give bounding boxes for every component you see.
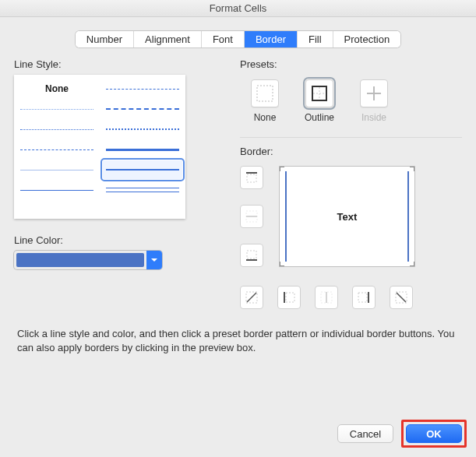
border-preview[interactable]: Text xyxy=(279,166,415,267)
line-color-picker[interactable] xyxy=(14,251,162,269)
tab-protection[interactable]: Protection xyxy=(333,31,401,47)
chevron-down-icon[interactable] xyxy=(146,251,162,269)
preset-none[interactable]: None xyxy=(246,79,284,123)
border-bottom-button[interactable] xyxy=(240,244,263,267)
border-top-button[interactable] xyxy=(240,166,263,189)
tab-border[interactable]: Border xyxy=(245,31,298,47)
tab-font[interactable]: Font xyxy=(202,31,245,47)
line-style-option[interactable] xyxy=(17,160,97,179)
line-style-option[interactable] xyxy=(103,120,182,139)
line-color-label: Line Color: xyxy=(14,234,217,246)
color-chip xyxy=(16,253,144,267)
line-style-option[interactable] xyxy=(103,140,182,159)
svg-rect-0 xyxy=(257,86,273,101)
tab-alignment[interactable]: Alignment xyxy=(134,31,202,47)
line-style-option[interactable] xyxy=(103,181,182,199)
border-middle-h-button[interactable] xyxy=(240,205,263,228)
preview-left-border xyxy=(285,171,287,262)
svg-rect-14 xyxy=(286,293,294,302)
dialog-body: Number Alignment Font Border Fill Protec… xyxy=(0,17,476,362)
svg-line-13 xyxy=(247,293,256,302)
ok-button[interactable]: OK xyxy=(406,424,462,443)
svg-rect-18 xyxy=(358,293,367,302)
ok-highlight: OK xyxy=(401,420,467,448)
preset-inside-icon xyxy=(360,79,388,107)
line-style-label: Line Style: xyxy=(14,58,217,70)
hint-text: Click a line style and color, and then c… xyxy=(17,327,459,354)
border-editor: Text xyxy=(240,162,418,310)
window-title: Format Cells xyxy=(0,0,476,17)
tab-number[interactable]: Number xyxy=(76,31,134,47)
tab-fill[interactable]: Fill xyxy=(298,31,333,47)
preview-right-border xyxy=(407,171,409,262)
preset-outline-label: Outline xyxy=(305,112,334,123)
line-style-option[interactable] xyxy=(103,79,182,98)
presets-row: None Outline Inside xyxy=(240,75,462,126)
svg-rect-7 xyxy=(247,174,256,182)
preset-inside: Inside xyxy=(355,79,393,123)
preview-text: Text xyxy=(337,211,358,223)
line-style-option-selected[interactable] xyxy=(103,160,182,179)
dialog-footer: Cancel OK xyxy=(337,420,467,448)
line-style-option[interactable] xyxy=(17,140,97,159)
line-style-picker[interactable]: None xyxy=(14,75,185,219)
border-section-label: Border: xyxy=(240,146,462,157)
border-middle-v-button[interactable] xyxy=(315,286,338,309)
border-right-button[interactable] xyxy=(352,286,376,309)
preset-none-icon xyxy=(251,79,279,107)
line-style-none[interactable]: None xyxy=(17,79,97,98)
divider xyxy=(240,137,462,138)
line-style-option[interactable] xyxy=(17,181,97,199)
preset-none-label: None xyxy=(254,112,277,123)
line-style-option[interactable] xyxy=(17,100,97,118)
svg-rect-10 xyxy=(247,251,256,258)
preset-outline[interactable]: Outline xyxy=(301,79,338,123)
tab-bar: Number Alignment Font Border Fill Protec… xyxy=(14,31,462,47)
svg-line-21 xyxy=(397,293,406,302)
cancel-button[interactable]: Cancel xyxy=(337,424,393,443)
preset-inside-label: Inside xyxy=(361,112,386,123)
preset-outline-icon xyxy=(305,79,333,107)
segmented-tabs: Number Alignment Font Border Fill Protec… xyxy=(76,31,400,47)
line-style-option[interactable] xyxy=(103,100,182,118)
border-diag-down-button[interactable] xyxy=(390,286,413,309)
line-style-option[interactable] xyxy=(17,120,97,139)
presets-label: Presets: xyxy=(240,58,462,70)
border-diag-up-button[interactable] xyxy=(240,286,263,309)
border-left-button[interactable] xyxy=(277,286,301,309)
